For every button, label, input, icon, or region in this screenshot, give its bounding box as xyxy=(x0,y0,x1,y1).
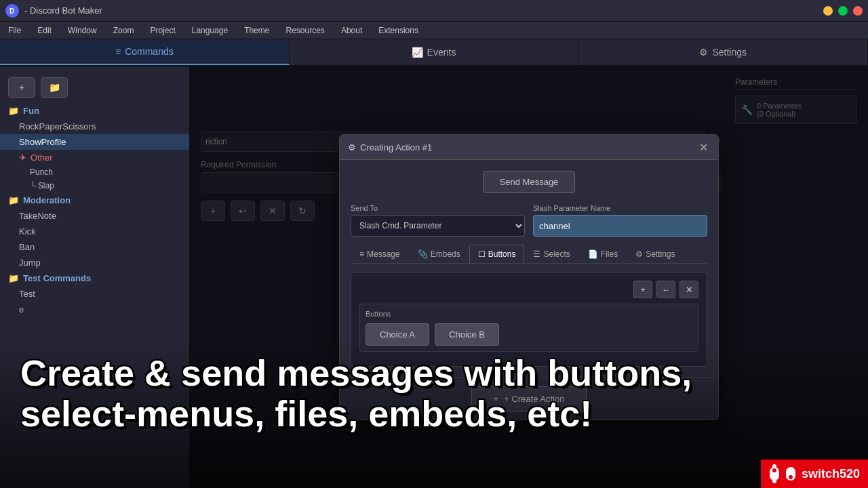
send-to-select[interactable]: Slash Cmd. Parameter Channel User xyxy=(351,215,525,237)
back-button-btn[interactable]: ← xyxy=(656,281,675,298)
buttons-toolbar: + ← ✕ xyxy=(359,281,698,298)
app-icon: D xyxy=(5,4,19,18)
modal-overlay: ⚙ Creating Action #1 ✕ Send Message Send… xyxy=(190,66,868,488)
settings-modal-icon: ⚙ xyxy=(635,249,643,259)
creating-action-modal: ⚙ Creating Action #1 ✕ Send Message Send… xyxy=(339,134,719,420)
menu-zoom[interactable]: Zoom xyxy=(111,24,137,37)
right-panel: Parameters 🔧 0 Parameters (0 Optional) ▼… xyxy=(190,66,868,488)
menu-language[interactable]: Language xyxy=(189,24,231,37)
menu-theme[interactable]: Theme xyxy=(241,24,272,37)
test-folder-icon: 📁 xyxy=(8,273,19,283)
menu-about[interactable]: About xyxy=(338,24,365,37)
message-icon: ≡ xyxy=(359,249,364,259)
create-action-button[interactable]: + + Create Action xyxy=(471,386,587,411)
tab-embeds[interactable]: 📎 Embeds xyxy=(409,245,469,263)
folder-icon: 📁 xyxy=(8,106,19,116)
settings-icon: ⚙ xyxy=(699,47,708,58)
menu-project[interactable]: Project xyxy=(147,24,178,37)
modal-close-button[interactable]: ✕ xyxy=(696,140,710,154)
buttons-label: Buttons xyxy=(366,310,692,318)
app-title: - Discord Bot Maker xyxy=(24,5,823,16)
menubar: File Edit Window Zoom Project Language T… xyxy=(0,22,868,39)
svg-point-6 xyxy=(772,468,776,472)
button-choices: Choice A Choice B xyxy=(366,323,692,346)
menu-edit[interactable]: Edit xyxy=(35,24,54,37)
sidebar-item-slap[interactable]: └ Slap xyxy=(0,179,189,192)
buttons-container: Buttons Choice A Choice B xyxy=(359,304,698,352)
modal-body: Send Message Send To Slash Cmd. Paramete… xyxy=(340,160,718,378)
choice-a-button[interactable]: Choice A xyxy=(366,323,429,346)
modal-titlebar: ⚙ Creating Action #1 ✕ xyxy=(340,135,718,160)
choice-b-button[interactable]: Choice B xyxy=(435,323,499,346)
slash-param-label: Slash Parameter Name xyxy=(533,204,707,212)
add-command-button[interactable]: + xyxy=(8,77,35,98)
menu-resources[interactable]: Resources xyxy=(283,24,328,37)
minimize-btn[interactable] xyxy=(823,6,833,16)
tab-files[interactable]: 📄 Files xyxy=(579,245,627,263)
menu-file[interactable]: File xyxy=(5,24,24,37)
tab-selects[interactable]: ☰ Selects xyxy=(524,245,578,263)
send-to-label: Send To xyxy=(351,204,525,212)
sidebar: + 📁 📁 Fun RockPaperScissors ShowProfile … xyxy=(0,66,190,488)
sidebar-item-takenote[interactable]: TakeNote xyxy=(0,208,189,224)
maximize-btn[interactable] xyxy=(838,6,848,16)
titlebar: D - Discord Bot Maker xyxy=(0,0,868,22)
sidebar-item-punch[interactable]: Punch xyxy=(0,165,189,179)
send-row: Send To Slash Cmd. Parameter Channel Use… xyxy=(351,204,707,237)
tab-settings-modal[interactable]: ⚙ Settings xyxy=(627,245,684,263)
tab-message[interactable]: ≡ Message xyxy=(351,245,409,263)
content-area: + 📁 📁 Fun RockPaperScissors ShowProfile … xyxy=(0,66,868,488)
buttons-icon: ☐ xyxy=(478,249,486,259)
plus-icon: + xyxy=(494,394,499,404)
menu-window[interactable]: Window xyxy=(65,24,100,37)
sidebar-category-fun[interactable]: 📁 Fun xyxy=(0,103,189,119)
slash-param-field: Slash Parameter Name xyxy=(533,204,707,237)
sidebar-item-test[interactable]: Test xyxy=(0,286,189,302)
other-icon: ✈ xyxy=(19,152,26,163)
files-icon: 📄 xyxy=(588,249,598,259)
modal-title: ⚙ Creating Action #1 xyxy=(348,142,432,152)
modal-icon: ⚙ xyxy=(348,142,356,152)
slash-param-input[interactable] xyxy=(533,215,707,237)
tab-buttons[interactable]: ☐ Buttons xyxy=(469,245,525,263)
moderation-folder-icon: 📁 xyxy=(8,195,19,205)
modal-tabs: ≡ Message 📎 Embeds ☐ Buttons ☰ xyxy=(351,245,707,264)
remove-button-btn[interactable]: ✕ xyxy=(679,281,698,298)
add-button-btn[interactable]: + xyxy=(633,281,652,298)
commands-icon: ≡ xyxy=(115,46,121,57)
svg-rect-4 xyxy=(772,476,776,483)
buttons-tab-content: + ← ✕ Buttons Choice A Choice B xyxy=(351,272,707,367)
close-btn[interactable] xyxy=(853,6,863,16)
selects-icon: ☰ xyxy=(533,249,540,259)
folder-button[interactable]: 📁 xyxy=(41,77,68,98)
nintendo-text: switch520 xyxy=(802,467,860,481)
sidebar-item-showprofile[interactable]: ShowProfile xyxy=(0,134,189,150)
svg-point-7 xyxy=(789,475,793,479)
sidebar-toolbar: + 📁 xyxy=(0,72,189,103)
send-message-button[interactable]: Send Message xyxy=(483,171,576,193)
sidebar-item-e[interactable]: e xyxy=(0,302,189,317)
embeds-icon: 📎 xyxy=(418,249,428,259)
tab-commands[interactable]: ≡ Commands xyxy=(0,39,290,65)
nintendo-badge: switch520 xyxy=(761,460,868,488)
svg-text:D: D xyxy=(9,7,14,15)
sidebar-item-jump[interactable]: Jump xyxy=(0,255,189,270)
menu-extensions[interactable]: Extensions xyxy=(376,24,421,37)
tab-events[interactable]: 📈 Events xyxy=(290,39,579,65)
sidebar-subcategory-other[interactable]: ✈ Other xyxy=(0,150,189,165)
sidebar-item-kick[interactable]: Kick xyxy=(0,224,189,239)
main-tabs: ≡ Commands 📈 Events ⚙ Settings xyxy=(0,39,868,66)
events-icon: 📈 xyxy=(412,47,423,58)
sidebar-category-testcommands[interactable]: 📁 Test Commands xyxy=(0,270,189,286)
nintendo-logo xyxy=(769,464,796,484)
window-controls xyxy=(823,6,863,16)
create-action-area: + + Create Action xyxy=(340,378,718,420)
sidebar-item-ban[interactable]: Ban xyxy=(0,239,189,255)
send-to-field: Send To Slash Cmd. Parameter Channel Use… xyxy=(351,204,525,237)
tab-settings[interactable]: ⚙ Settings xyxy=(578,39,868,65)
sidebar-category-moderation[interactable]: 📁 Moderation xyxy=(0,192,189,208)
sidebar-item-rockpaperscissors[interactable]: RockPaperScissors xyxy=(0,119,189,134)
